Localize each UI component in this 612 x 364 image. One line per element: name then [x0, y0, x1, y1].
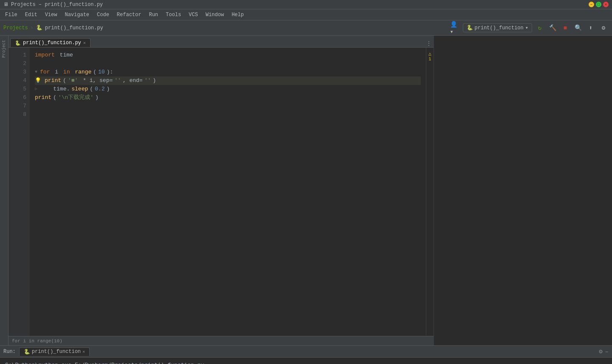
code-line-4: 💡 print('■' * i, sep='', end=''): [35, 76, 421, 85]
run-panel-close-icon[interactable]: –: [605, 348, 609, 355]
breadcrumb-bar: for i in range(10): [8, 336, 434, 345]
warning-count: 1: [428, 57, 431, 62]
code-token: in: [63, 68, 70, 76]
window-title: Projects – print()_function.py: [11, 2, 103, 8]
warning-gutter-icon[interactable]: △: [428, 51, 431, 56]
menu-item-vcs[interactable]: VCS: [185, 11, 201, 19]
tab-close-button[interactable]: ✕: [83, 40, 86, 45]
run-config-dropdown-icon: ▾: [525, 25, 528, 31]
toolbar: Projects › 🐍 print()_function.py 👤▾ 🐍 pr…: [0, 20, 612, 36]
tab-file-label: print()_function.py: [23, 40, 81, 46]
account-button[interactable]: 👤▾: [450, 23, 460, 33]
code-line-3: ▼ for i in range(10):: [35, 68, 421, 76]
run-command-line: G:\Python\python.exe F:/Pycharm/Projects…: [5, 361, 607, 364]
code-token: ): [153, 76, 156, 85]
code-token: ):: [107, 68, 113, 76]
toolbar-breadcrumb: print()_function.py: [45, 25, 103, 31]
title-bar-title: 🖥 Projects – print()_function.py: [3, 1, 103, 8]
code-token: , end=: [123, 76, 143, 85]
code-token: 10: [98, 68, 105, 76]
code-line-5: ▷ time.sleep(0.2): [35, 85, 421, 93]
code-token: * i, sep=: [79, 76, 113, 85]
main-layout: Project 🐍 print()_function.py ✕ ⋮ 1 2 3: [0, 36, 612, 345]
run-tab-label: print()_function: [32, 349, 81, 355]
menu-item-refactor[interactable]: Refactor: [113, 11, 145, 19]
editor-tabs: 🐍 print()_function.py ✕: [10, 38, 91, 47]
code-line-2: [35, 59, 421, 68]
code-line-8: [35, 110, 421, 119]
code-token: time: [57, 51, 73, 59]
code-token: range: [71, 68, 91, 76]
menu-item-edit[interactable]: Edit: [22, 11, 41, 19]
run-config-selector[interactable]: 🐍 print()_function ▾: [463, 23, 532, 32]
menu-item-view[interactable]: View: [42, 11, 61, 19]
line-num-3: 3: [8, 68, 26, 76]
menu-bar: FileEditViewNavigateCodeRefactorRunTools…: [0, 9, 612, 20]
code-token: '': [144, 76, 151, 85]
menu-item-tools[interactable]: Tools: [162, 11, 184, 19]
code-token: for: [40, 68, 50, 76]
menu-item-navigate[interactable]: Navigate: [61, 11, 93, 19]
settings-button[interactable]: ⚙: [598, 23, 609, 33]
menu-item-file[interactable]: File: [2, 11, 21, 19]
code-token: (: [63, 76, 66, 85]
maximize-button[interactable]: □: [596, 2, 601, 7]
line-num-5: 5: [8, 85, 26, 93]
run-panel-header-left: Run: 🐍 print()_function ✕: [3, 347, 90, 356]
code-token: ): [106, 85, 110, 93]
code-token: ): [95, 93, 99, 102]
code-line-6: print('\n下载完成'): [35, 93, 421, 102]
run-panel-header-right: ⚙ –: [599, 348, 609, 355]
left-sidebar: Project: [0, 36, 8, 345]
line-num-1: 1: [8, 51, 26, 59]
editor-tab-file[interactable]: 🐍 print()_function.py ✕: [10, 38, 91, 47]
sidebar-tab-project[interactable]: Project: [0, 37, 8, 60]
code-token: '\n下载完成': [58, 93, 94, 102]
menu-item-help[interactable]: Help: [228, 11, 247, 19]
editor-tab-bar: 🐍 print()_function.py ✕ ⋮: [8, 36, 434, 48]
run-panel-settings-icon[interactable]: ⚙: [599, 348, 602, 355]
code-token: time.: [40, 85, 70, 93]
close-button[interactable]: ✕: [603, 2, 609, 7]
run-tab-active[interactable]: 🐍 print()_function ✕: [19, 347, 90, 356]
line-numbers: 1 2 3 4 5 6 7 8: [8, 48, 30, 336]
menu-item-window[interactable]: Window: [202, 11, 227, 19]
run-panel-header: Run: 🐍 print()_function ✕ ⚙ –: [0, 346, 612, 358]
tab-file-icon: 🐍: [15, 40, 21, 46]
minimize-button[interactable]: –: [589, 2, 594, 7]
run-label: Run:: [3, 349, 16, 355]
line-num-2: 2: [8, 59, 26, 68]
code-token: '': [114, 76, 121, 85]
code-line-1: import time: [35, 51, 421, 59]
code-token: i: [51, 68, 61, 76]
code-token: import: [35, 51, 55, 59]
fold-icon-3[interactable]: ▼: [35, 68, 37, 76]
code-token: print: [35, 93, 51, 102]
window-controls: – □ ✕: [589, 2, 609, 7]
run-tab-icon: 🐍: [24, 349, 30, 355]
line-num-8: 8: [8, 110, 26, 119]
run-config-label: print()_function: [475, 25, 524, 31]
menu-item-run[interactable]: Run: [145, 11, 162, 19]
stop-button[interactable]: ■: [560, 23, 570, 33]
projects-label[interactable]: Projects: [3, 25, 28, 31]
editor-area: 🐍 print()_function.py ✕ ⋮ 1 2 3 4 5 6 7 …: [8, 36, 434, 345]
build-button[interactable]: 🔨: [547, 23, 558, 33]
fold-icon-5[interactable]: ▷: [35, 85, 37, 93]
code-token: 0.2: [95, 85, 105, 93]
code-token: (: [53, 93, 57, 102]
menu-item-code[interactable]: Code: [94, 11, 113, 19]
lightbulb-icon[interactable]: 💡: [35, 76, 41, 85]
right-panel: [434, 36, 612, 345]
code-content[interactable]: import time ▼ for i in range(10): 💡 prin…: [30, 48, 426, 336]
tab-settings-icon[interactable]: ⋮: [426, 40, 432, 47]
app-icon: 🖥: [3, 1, 8, 8]
run-output: G:\Python\python.exe F:/Pycharm/Projects…: [0, 358, 612, 364]
run-tab-close[interactable]: ✕: [82, 349, 85, 354]
update-button[interactable]: ⬆: [586, 23, 596, 33]
code-editor: 1 2 3 4 5 6 7 8 import time ▼: [8, 48, 434, 336]
toolbar-file-icon: 🐍: [36, 25, 42, 31]
search-button[interactable]: 🔍: [573, 23, 583, 33]
line-num-6: 6: [8, 93, 26, 102]
sync-button[interactable]: ↻: [535, 23, 545, 33]
